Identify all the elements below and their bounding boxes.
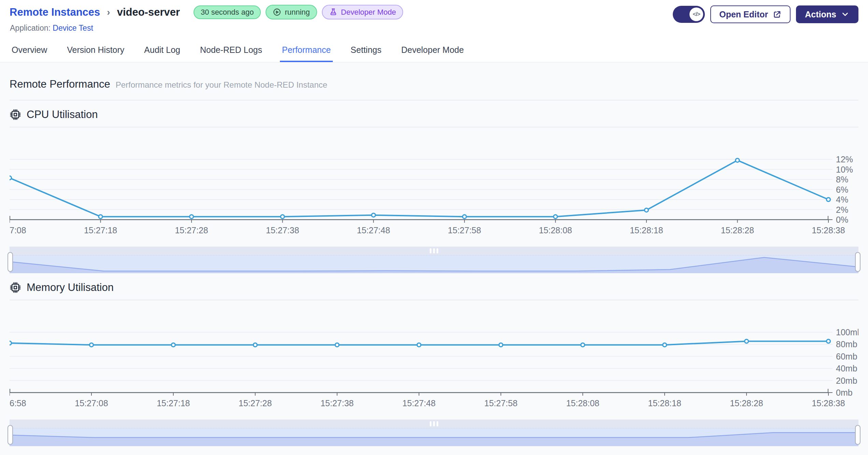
flask-icon	[329, 8, 338, 16]
range-minimap[interactable]	[10, 428, 858, 446]
page-title-instance-name: video-server	[117, 6, 180, 18]
header-actions: </> Open Editor Actions	[673, 5, 858, 23]
header-left: Remote Instances › video-server 30 secon…	[10, 5, 403, 33]
last-seen-badge: 30 seconds ago	[194, 5, 261, 19]
range-drag-strip[interactable]	[10, 247, 858, 255]
memory-utilisation-chart: 0mb20mb40mb60mb80mb100mb6:5815:27:0815:2…	[10, 323, 858, 408]
tab-audit-log[interactable]: Audit Log	[142, 41, 182, 62]
actions-label: Actions	[805, 10, 836, 19]
application-line: Application: Device Test	[10, 24, 403, 33]
breadcrumb-parent-link[interactable]: Remote Instances	[10, 6, 100, 18]
svg-text:15:27:28: 15:27:28	[175, 225, 208, 235]
developer-mode-badge: Developer Mode	[322, 5, 403, 19]
svg-text:100mb: 100mb	[836, 327, 858, 337]
running-status-badge: running	[266, 5, 317, 19]
svg-text:6:58: 6:58	[10, 398, 26, 408]
memory-section-header: Memory Utilisation	[10, 281, 858, 294]
tab-developer-mode[interactable]: Developer Mode	[399, 41, 466, 62]
cpu-utilisation-chart: 0%2%4%6%8%10%12%7:0815:27:1815:27:2815:2…	[10, 150, 858, 235]
svg-text:15:28:18: 15:28:18	[630, 225, 663, 235]
svg-text:80mb: 80mb	[836, 339, 857, 349]
grip-icon	[430, 248, 438, 253]
range-handle-left[interactable]	[8, 425, 13, 445]
svg-text:15:28:28: 15:28:28	[730, 398, 763, 408]
svg-text:8%: 8%	[836, 175, 848, 184]
svg-text:15:28:08: 15:28:08	[539, 225, 572, 235]
svg-text:4%: 4%	[836, 195, 848, 204]
breadcrumb: Remote Instances › video-server 30 secon…	[10, 5, 403, 19]
svg-text:2%: 2%	[836, 205, 848, 215]
developer-mode-toggle[interactable]: </>	[673, 6, 705, 23]
memory-chip-icon	[10, 282, 21, 293]
range-handle-right[interactable]	[855, 425, 860, 445]
svg-text:12%: 12%	[836, 155, 853, 164]
tab-performance[interactable]: Performance	[280, 41, 333, 62]
tab-settings[interactable]: Settings	[348, 41, 383, 62]
memory-chart-range-navigator[interactable]	[10, 420, 858, 446]
svg-text:15:28:18: 15:28:18	[648, 398, 681, 408]
svg-text:15:27:58: 15:27:58	[484, 398, 517, 408]
open-editor-button[interactable]: Open Editor	[710, 5, 791, 23]
range-handle-right[interactable]	[855, 252, 860, 272]
tab-version-history[interactable]: Version History	[65, 41, 126, 62]
svg-text:15:27:18: 15:27:18	[84, 225, 117, 235]
svg-text:15:27:08: 15:27:08	[75, 398, 108, 408]
breadcrumb-separator: ›	[106, 7, 111, 18]
svg-text:20mb: 20mb	[836, 376, 857, 385]
memory-section-title: Memory Utilisation	[27, 281, 114, 294]
svg-text:15:27:48: 15:27:48	[357, 225, 390, 235]
chevron-down-icon	[841, 10, 850, 19]
svg-text:15:27:38: 15:27:38	[321, 398, 354, 408]
svg-text:15:28:08: 15:28:08	[566, 398, 599, 408]
cpu-section-title: CPU Utilisation	[27, 108, 98, 121]
divider	[10, 100, 858, 100]
external-link-icon	[772, 10, 782, 19]
svg-text:0mb: 0mb	[836, 388, 853, 397]
range-drag-strip[interactable]	[10, 420, 858, 428]
svg-text:15:27:58: 15:27:58	[448, 225, 481, 235]
range-minimap[interactable]	[10, 255, 858, 273]
developer-mode-badge-label: Developer Mode	[341, 9, 396, 16]
tab-bar: Overview Version History Audit Log Node-…	[0, 41, 868, 62]
svg-text:15:27:18: 15:27:18	[157, 398, 190, 408]
panel-subtitle: Performance metrics for your Remote Node…	[116, 80, 327, 90]
cpu-chip-icon	[10, 109, 21, 120]
panel-title: Remote Performance	[10, 78, 110, 90]
page-header: Remote Instances › video-server 30 secon…	[0, 0, 868, 33]
svg-text:15:27:28: 15:27:28	[239, 398, 272, 408]
divider	[10, 300, 858, 300]
svg-text:15:27:48: 15:27:48	[402, 398, 436, 408]
code-icon: </>	[689, 8, 703, 21]
range-handle-left[interactable]	[8, 252, 13, 272]
svg-text:7:08: 7:08	[10, 225, 26, 235]
status-badges: 30 seconds ago running Developer Mo	[194, 5, 403, 19]
application-link[interactable]: Device Test	[53, 24, 93, 32]
svg-text:15:28:38: 15:28:38	[812, 225, 845, 235]
application-label: Application:	[10, 24, 51, 32]
svg-text:15:27:38: 15:27:38	[266, 225, 299, 235]
cpu-chart-range-navigator[interactable]	[10, 247, 858, 273]
svg-text:40mb: 40mb	[836, 364, 857, 373]
tab-node-red-logs[interactable]: Node-RED Logs	[198, 41, 264, 62]
running-badge-label: running	[285, 9, 310, 16]
performance-panel: Remote Performance Performance metrics f…	[0, 62, 868, 455]
actions-button[interactable]: Actions	[796, 5, 858, 23]
svg-text:60mb: 60mb	[836, 352, 857, 361]
last-seen-badge-label: 30 seconds ago	[201, 9, 254, 16]
svg-text:15:28:38: 15:28:38	[812, 398, 845, 408]
svg-text:0%: 0%	[836, 215, 848, 224]
section-header: Remote Performance Performance metrics f…	[10, 62, 858, 90]
open-editor-label: Open Editor	[719, 10, 768, 19]
svg-text:15:28:28: 15:28:28	[721, 225, 754, 235]
divider	[10, 127, 858, 127]
cpu-section-header: CPU Utilisation	[10, 108, 858, 121]
svg-text:10%: 10%	[836, 165, 853, 174]
grip-icon	[430, 421, 438, 426]
play-circle-icon	[273, 8, 281, 16]
tab-overview[interactable]: Overview	[10, 41, 49, 62]
svg-text:6%: 6%	[836, 185, 848, 194]
